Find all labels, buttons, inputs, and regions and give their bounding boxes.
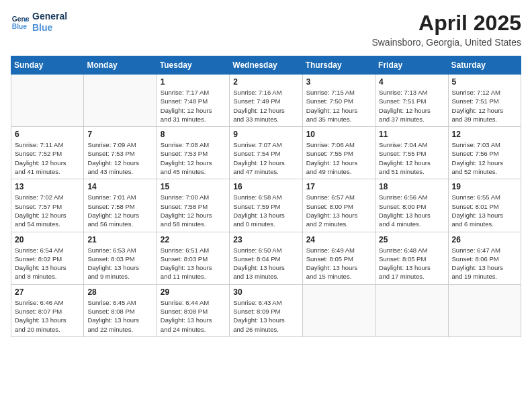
- calendar-cell: 4Sunrise: 7:13 AM Sunset: 7:51 PM Daylig…: [375, 75, 448, 127]
- day-number: 24: [306, 235, 371, 244]
- day-info: Sunrise: 6:58 AM Sunset: 7:59 PM Dayligh…: [233, 193, 298, 228]
- calendar-cell: 2Sunrise: 7:16 AM Sunset: 7:49 PM Daylig…: [230, 75, 302, 127]
- day-info: Sunrise: 6:43 AM Sunset: 8:09 PM Dayligh…: [233, 298, 298, 334]
- day-number: 2: [233, 77, 298, 87]
- day-info: Sunrise: 7:00 AM Sunset: 7:58 PM Dayligh…: [161, 193, 226, 228]
- day-info: Sunrise: 6:54 AM Sunset: 8:02 PM Dayligh…: [15, 246, 80, 281]
- calendar-cell: 1Sunrise: 7:17 AM Sunset: 7:48 PM Daylig…: [157, 75, 229, 127]
- day-info: Sunrise: 6:45 AM Sunset: 8:08 PM Dayligh…: [87, 298, 152, 334]
- day-number: 1: [161, 77, 226, 87]
- day-info: Sunrise: 6:53 AM Sunset: 8:03 PM Dayligh…: [87, 246, 152, 281]
- calendar-cell: 18Sunrise: 6:56 AM Sunset: 8:00 PM Dayli…: [375, 179, 448, 232]
- day-header-thursday: Thursday: [302, 56, 375, 75]
- month-title: April 2025: [371, 11, 521, 36]
- day-info: Sunrise: 6:57 AM Sunset: 8:00 PM Dayligh…: [306, 193, 371, 228]
- logo-icon: General Blue: [11, 13, 30, 32]
- calendar-cell: 3Sunrise: 7:15 AM Sunset: 7:50 PM Daylig…: [302, 75, 375, 127]
- calendar-week-row: 13Sunrise: 7:02 AM Sunset: 7:57 PM Dayli…: [11, 179, 521, 232]
- day-header-tuesday: Tuesday: [157, 56, 229, 75]
- day-number: 7: [87, 130, 152, 139]
- calendar-week-row: 6Sunrise: 7:11 AM Sunset: 7:52 PM Daylig…: [11, 127, 521, 179]
- calendar-week-row: 1Sunrise: 7:17 AM Sunset: 7:48 PM Daylig…: [11, 75, 521, 127]
- calendar-cell: 14Sunrise: 7:01 AM Sunset: 7:58 PM Dayli…: [84, 179, 157, 232]
- day-number: 3: [306, 77, 371, 87]
- calendar-cell: [448, 284, 521, 336]
- day-number: 27: [15, 287, 80, 297]
- day-info: Sunrise: 6:50 AM Sunset: 8:04 PM Dayligh…: [233, 246, 298, 281]
- calendar-week-row: 27Sunrise: 6:46 AM Sunset: 8:07 PM Dayli…: [11, 284, 521, 336]
- logo-line2: Blue: [32, 22, 67, 34]
- calendar-cell: 8Sunrise: 7:08 AM Sunset: 7:53 PM Daylig…: [157, 127, 229, 179]
- day-number: 22: [161, 235, 226, 244]
- logo-line1: General: [32, 11, 67, 22]
- day-info: Sunrise: 7:09 AM Sunset: 7:53 PM Dayligh…: [87, 140, 152, 176]
- calendar-cell: 24Sunrise: 6:49 AM Sunset: 8:05 PM Dayli…: [302, 232, 375, 284]
- day-number: 23: [233, 235, 298, 244]
- day-info: Sunrise: 7:12 AM Sunset: 7:51 PM Dayligh…: [452, 88, 517, 124]
- day-number: 4: [379, 77, 444, 87]
- calendar-header-row: SundayMondayTuesdayWednesdayThursdayFrid…: [11, 56, 521, 75]
- calendar-cell: 10Sunrise: 7:06 AM Sunset: 7:55 PM Dayli…: [302, 127, 375, 179]
- calendar-cell: 28Sunrise: 6:45 AM Sunset: 8:08 PM Dayli…: [84, 284, 157, 336]
- day-info: Sunrise: 7:08 AM Sunset: 7:53 PM Dayligh…: [161, 140, 226, 176]
- day-header-wednesday: Wednesday: [230, 56, 302, 75]
- day-number: 25: [379, 235, 444, 244]
- calendar-cell: 6Sunrise: 7:11 AM Sunset: 7:52 PM Daylig…: [11, 127, 84, 179]
- day-header-sunday: Sunday: [11, 56, 84, 75]
- day-number: 20: [15, 235, 80, 244]
- calendar-cell: 7Sunrise: 7:09 AM Sunset: 7:53 PM Daylig…: [84, 127, 157, 179]
- day-number: 30: [233, 287, 298, 297]
- day-number: 28: [87, 287, 152, 297]
- title-section: April 2025 Swainsboro, Georgia, United S…: [371, 11, 521, 48]
- calendar-cell: 17Sunrise: 6:57 AM Sunset: 8:00 PM Dayli…: [302, 179, 375, 232]
- day-info: Sunrise: 7:13 AM Sunset: 7:51 PM Dayligh…: [379, 88, 444, 124]
- day-number: 21: [87, 235, 152, 244]
- day-info: Sunrise: 7:11 AM Sunset: 7:52 PM Dayligh…: [15, 140, 80, 176]
- calendar-cell: [302, 284, 375, 336]
- calendar-cell: [375, 284, 448, 336]
- day-info: Sunrise: 7:17 AM Sunset: 7:48 PM Dayligh…: [161, 88, 226, 124]
- calendar-cell: 22Sunrise: 6:51 AM Sunset: 8:03 PM Dayli…: [157, 232, 229, 284]
- day-number: 8: [161, 130, 226, 139]
- calendar-table: SundayMondayTuesdayWednesdayThursdayFrid…: [11, 56, 521, 337]
- day-number: 13: [15, 182, 80, 191]
- svg-text:General: General: [12, 15, 30, 23]
- day-header-friday: Friday: [375, 56, 448, 75]
- day-number: 5: [452, 77, 517, 87]
- svg-text:Blue: Blue: [12, 23, 28, 30]
- day-number: 11: [379, 130, 444, 139]
- page-header: General Blue General Blue April 2025 Swa…: [11, 11, 521, 48]
- calendar-cell: 27Sunrise: 6:46 AM Sunset: 8:07 PM Dayli…: [11, 284, 84, 336]
- day-header-monday: Monday: [84, 56, 157, 75]
- day-header-saturday: Saturday: [448, 56, 521, 75]
- day-number: 14: [87, 182, 152, 191]
- day-info: Sunrise: 6:55 AM Sunset: 8:01 PM Dayligh…: [452, 193, 517, 228]
- calendar-cell: 21Sunrise: 6:53 AM Sunset: 8:03 PM Dayli…: [84, 232, 157, 284]
- day-number: 17: [306, 182, 371, 191]
- calendar-cell: 5Sunrise: 7:12 AM Sunset: 7:51 PM Daylig…: [448, 75, 521, 127]
- day-info: Sunrise: 6:51 AM Sunset: 8:03 PM Dayligh…: [161, 246, 226, 281]
- day-info: Sunrise: 6:47 AM Sunset: 8:06 PM Dayligh…: [452, 246, 517, 281]
- day-number: 6: [15, 130, 80, 139]
- day-info: Sunrise: 7:16 AM Sunset: 7:49 PM Dayligh…: [233, 88, 298, 124]
- location-title: Swainsboro, Georgia, United States: [371, 37, 521, 48]
- day-info: Sunrise: 6:49 AM Sunset: 8:05 PM Dayligh…: [306, 246, 371, 281]
- calendar-cell: 29Sunrise: 6:44 AM Sunset: 8:08 PM Dayli…: [157, 284, 229, 336]
- day-info: Sunrise: 7:07 AM Sunset: 7:54 PM Dayligh…: [233, 140, 298, 176]
- day-number: 29: [161, 287, 226, 297]
- calendar-cell: 23Sunrise: 6:50 AM Sunset: 8:04 PM Dayli…: [230, 232, 302, 284]
- day-number: 12: [452, 130, 517, 139]
- day-info: Sunrise: 7:15 AM Sunset: 7:50 PM Dayligh…: [306, 88, 371, 124]
- calendar-cell: 11Sunrise: 7:04 AM Sunset: 7:55 PM Dayli…: [375, 127, 448, 179]
- day-number: 9: [233, 130, 298, 139]
- logo: General Blue General Blue: [11, 11, 67, 34]
- day-number: 26: [452, 235, 517, 244]
- calendar-cell: [84, 75, 157, 127]
- day-info: Sunrise: 7:01 AM Sunset: 7:58 PM Dayligh…: [87, 193, 152, 228]
- day-number: 18: [379, 182, 444, 191]
- calendar-cell: 25Sunrise: 6:48 AM Sunset: 8:05 PM Dayli…: [375, 232, 448, 284]
- day-number: 19: [452, 182, 517, 191]
- day-number: 15: [161, 182, 226, 191]
- day-info: Sunrise: 6:46 AM Sunset: 8:07 PM Dayligh…: [15, 298, 80, 334]
- calendar-cell: 15Sunrise: 7:00 AM Sunset: 7:58 PM Dayli…: [157, 179, 229, 232]
